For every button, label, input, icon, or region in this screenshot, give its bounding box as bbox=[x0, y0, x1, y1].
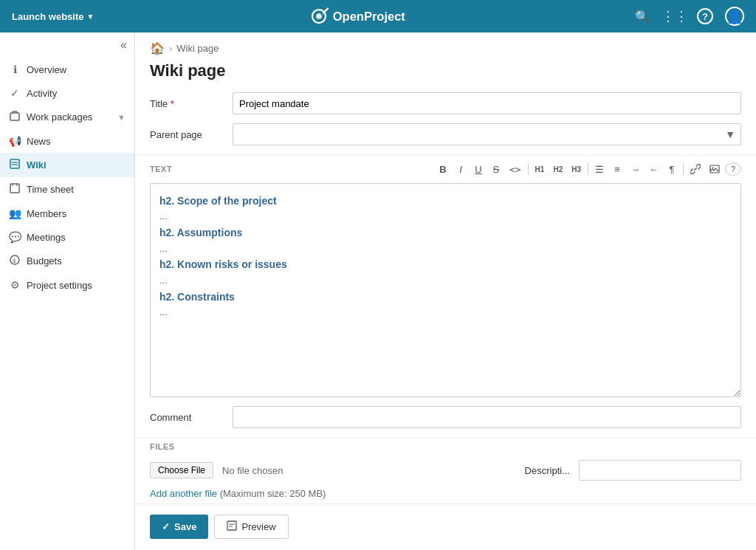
sidebar-item-members[interactable]: 👥 Members bbox=[0, 202, 134, 225]
toolbar-bold[interactable]: B bbox=[435, 161, 451, 177]
files-row: Choose File No file chosen Descripti... bbox=[135, 457, 756, 484]
toolbar-ordered-list[interactable]: ≡ bbox=[609, 161, 625, 177]
toolbar-h2[interactable]: H2 bbox=[549, 161, 566, 177]
svg-rect-7 bbox=[10, 184, 19, 193]
editor-line-1: h2. Scope of the project bbox=[159, 193, 732, 209]
toolbar-underline[interactable]: U bbox=[470, 161, 487, 177]
editor-line-6: ... bbox=[159, 273, 732, 289]
toolbar-separator-3 bbox=[683, 163, 684, 175]
comment-row: Comment bbox=[135, 397, 756, 437]
editor-line-3: h2. Assumptions bbox=[159, 224, 732, 241]
title-label: Title * bbox=[150, 98, 224, 109]
svg-rect-14 bbox=[227, 521, 236, 530]
sidebar-item-wiki[interactable]: Wiki bbox=[0, 153, 134, 177]
sidebar-item-budgets[interactable]: $ Budgets bbox=[0, 249, 134, 273]
launch-website-button[interactable]: Launch website ▼ bbox=[12, 11, 94, 22]
parent-page-select-wrap: ▼ bbox=[233, 123, 741, 145]
work-packages-icon bbox=[9, 111, 21, 123]
sidebar-item-label: Project settings bbox=[27, 280, 92, 291]
app-logo: OpenProject bbox=[94, 5, 632, 27]
toolbar-unordered-list[interactable]: ☰ bbox=[591, 161, 608, 177]
description-label: Descripti... bbox=[525, 465, 570, 476]
save-button[interactable]: ✓ Save bbox=[150, 515, 208, 539]
save-check-icon: ✓ bbox=[162, 521, 170, 532]
toolbar-code[interactable]: <> bbox=[506, 161, 525, 177]
sidebar: « ℹ Overview ✓ Activity Work packages ▼ … bbox=[0, 32, 135, 550]
page-title: Wiki page bbox=[135, 61, 756, 92]
work-packages-chevron: ▼ bbox=[117, 113, 126, 122]
comment-label: Comment bbox=[150, 412, 224, 423]
toolbar-help[interactable]: ? bbox=[725, 162, 741, 176]
sidebar-item-label: Budgets bbox=[27, 255, 62, 267]
max-size-text: (Maximum size: 250 MB) bbox=[220, 488, 326, 499]
sidebar-item-news[interactable]: 📢 News bbox=[0, 129, 134, 153]
project-settings-icon: ⚙ bbox=[9, 279, 21, 291]
toolbar-h1[interactable]: H1 bbox=[532, 161, 549, 177]
editor-line-4: ... bbox=[159, 241, 732, 257]
sidebar-item-overview[interactable]: ℹ Overview bbox=[0, 58, 134, 81]
toolbar-image[interactable] bbox=[706, 161, 724, 177]
svg-rect-3 bbox=[10, 113, 19, 120]
sidebar-item-label: News bbox=[27, 136, 51, 147]
toolbar-italic[interactable]: I bbox=[453, 161, 469, 177]
toolbar-h3[interactable]: H3 bbox=[568, 161, 585, 177]
editor-line-2: ... bbox=[159, 209, 732, 224]
toolbar-link[interactable] bbox=[687, 161, 704, 177]
wiki-icon bbox=[9, 159, 21, 171]
svg-point-1 bbox=[316, 13, 322, 19]
sidebar-item-meetings[interactable]: 💬 Meetings bbox=[0, 225, 134, 249]
user-icon[interactable]: 👤 bbox=[725, 7, 744, 26]
no-file-label: No file chosen bbox=[222, 465, 283, 476]
files-section-header: FILES bbox=[135, 437, 756, 457]
form-section: Title * Parent page ▼ bbox=[135, 92, 756, 145]
description-input[interactable] bbox=[579, 460, 741, 481]
sidebar-collapse-button[interactable]: « bbox=[0, 32, 134, 58]
title-row: Title * bbox=[150, 92, 741, 114]
sidebar-item-timesheet[interactable]: Time sheet bbox=[0, 177, 134, 202]
comment-input[interactable] bbox=[233, 406, 741, 428]
sidebar-item-activity[interactable]: ✓ Activity bbox=[0, 81, 134, 105]
preview-button[interactable]: Preview bbox=[214, 515, 288, 539]
editor-textarea[interactable]: h2. Scope of the project ... h2. Assumpt… bbox=[150, 183, 741, 397]
breadcrumb-current: Wiki page bbox=[176, 43, 219, 54]
content-area: 🏠 › Wiki page Wiki page Title * Parent p… bbox=[135, 32, 756, 550]
toolbar-separator-1 bbox=[528, 163, 529, 175]
sidebar-item-project-settings[interactable]: ⚙ Project settings bbox=[0, 273, 134, 297]
timesheet-icon bbox=[9, 183, 21, 196]
add-another-file-link[interactable]: Add another file bbox=[150, 488, 217, 499]
navbar: Launch website ▼ OpenProject 🔍 ⋮⋮ ? 👤 bbox=[0, 0, 756, 32]
choose-file-button[interactable]: Choose File bbox=[150, 462, 213, 478]
sidebar-item-label: Work packages bbox=[27, 111, 92, 123]
search-icon[interactable]: 🔍 bbox=[632, 6, 653, 27]
help-icon[interactable]: ? bbox=[697, 8, 713, 24]
required-indicator: * bbox=[171, 98, 174, 109]
preview-label: Preview bbox=[241, 521, 275, 532]
toolbar-outdent[interactable]: ← bbox=[645, 161, 662, 177]
sidebar-item-work-packages[interactable]: Work packages ▼ bbox=[0, 105, 134, 129]
add-another-file-row: Add another file (Maximum size: 250 MB) bbox=[135, 484, 756, 503]
sidebar-item-label: Members bbox=[27, 208, 66, 219]
sidebar-item-label: Activity bbox=[27, 88, 57, 99]
toolbar-separator-2 bbox=[588, 163, 588, 175]
toolbar-indent[interactable]: → bbox=[627, 161, 644, 177]
title-input[interactable] bbox=[233, 92, 741, 114]
sidebar-item-label: Overview bbox=[27, 64, 66, 75]
home-icon[interactable]: 🏠 bbox=[150, 41, 165, 55]
launch-website-label: Launch website bbox=[12, 11, 84, 22]
action-buttons: ✓ Save Preview bbox=[135, 503, 756, 549]
grid-icon[interactable]: ⋮⋮ bbox=[664, 6, 685, 27]
svg-rect-4 bbox=[10, 159, 19, 168]
toolbar-special-char[interactable]: ¶ bbox=[664, 161, 680, 177]
editor-line-5: h2. Known risks or issues bbox=[159, 256, 732, 272]
members-icon: 👥 bbox=[9, 207, 21, 219]
breadcrumb: 🏠 › Wiki page bbox=[135, 32, 756, 61]
budgets-icon: $ bbox=[9, 255, 21, 267]
toolbar-strikethrough[interactable]: S bbox=[488, 161, 504, 177]
sidebar-item-label: Meetings bbox=[27, 232, 66, 243]
parent-page-select[interactable] bbox=[233, 123, 741, 145]
preview-icon bbox=[227, 520, 237, 533]
save-label: Save bbox=[174, 521, 196, 532]
launch-chevron-icon: ▼ bbox=[87, 13, 94, 21]
breadcrumb-separator: › bbox=[169, 43, 172, 54]
parent-page-label: Parent page bbox=[150, 129, 224, 140]
